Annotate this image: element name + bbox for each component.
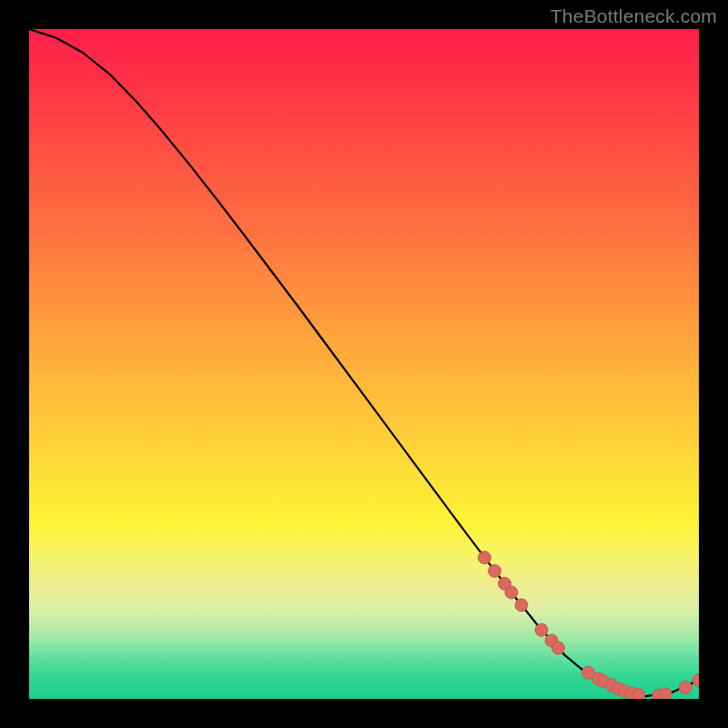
- curve-marker: [551, 642, 564, 654]
- curve-marker: [505, 586, 518, 599]
- curve-marker: [535, 623, 548, 636]
- bottleneck-curve: [29, 29, 699, 696]
- curve-marker: [679, 681, 692, 693]
- curve-markers: [478, 551, 699, 699]
- curve-marker: [632, 689, 645, 699]
- chart-stage: TheBottleneck.com: [0, 0, 728, 728]
- curve-layer: [29, 29, 699, 699]
- curve-marker: [659, 688, 672, 699]
- curve-marker: [489, 564, 501, 577]
- watermark-text: TheBottleneck.com: [551, 5, 717, 27]
- curve-marker: [515, 599, 528, 612]
- curve-marker: [693, 673, 699, 686]
- plot-area: [29, 29, 699, 699]
- curve-marker: [478, 551, 490, 564]
